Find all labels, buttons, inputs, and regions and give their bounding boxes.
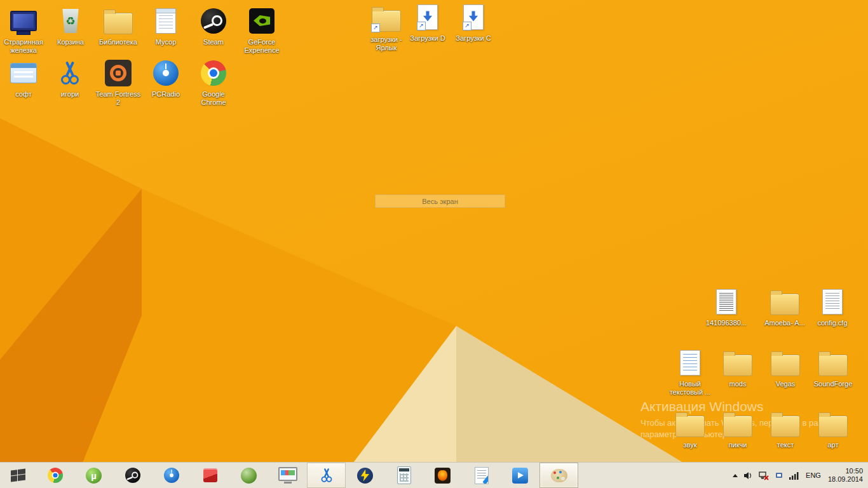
paint-palette-icon [551, 469, 567, 482]
desktop-icon-amoeba[interactable]: Amoeba- A... [761, 286, 808, 327]
taskbar-app-power-tool[interactable] [346, 463, 384, 488]
windows-logo-icon [11, 469, 25, 482]
desktop-icon-recycle-bin[interactable]: Корзина [47, 5, 94, 46]
icon-label: игори [46, 90, 93, 98]
text-file-icon [667, 347, 714, 379]
lightning-icon [357, 468, 373, 484]
taskbar-app-steam[interactable] [113, 463, 152, 488]
desktop-icon-geforce[interactable]: GeForce Experience [238, 5, 285, 55]
icon-label: Страринная железка [0, 38, 47, 55]
folder-icon [667, 408, 714, 440]
icon-label: Vegas [762, 380, 809, 388]
desktop-surface[interactable]: Активация Windows Чтобы активировать Win… [0, 0, 868, 463]
desktop-icon-tf2[interactable]: Team Fortress 2 [95, 57, 142, 107]
desktop-icon-library[interactable]: Библиотека [95, 5, 142, 46]
folder-shortcut-icon [363, 3, 410, 34]
folder-icon [95, 5, 142, 37]
desktop-icon-downloads-d[interactable]: Загрузки D [404, 1, 451, 43]
icon-label: софт [0, 90, 47, 98]
system-tray: ENG 10:50 18.09.2014 [733, 463, 868, 488]
pcradio-icon [142, 57, 189, 89]
taskbar-app-paint[interactable] [539, 463, 578, 488]
monitor-chart-icon [278, 467, 297, 481]
taskbar-app-system-monitor[interactable] [268, 463, 307, 488]
calculator-icon [397, 466, 411, 484]
desktop-icon-art[interactable]: арт [810, 408, 857, 449]
taskbar-app-utorrent[interactable] [74, 463, 113, 488]
steam-icon [125, 468, 140, 483]
desktop-icon-vegas[interactable]: Vegas [762, 347, 809, 388]
text-file-icon [703, 286, 750, 318]
clock[interactable]: 10:50 18.09.2014 [828, 467, 863, 484]
desktop-icon-computer[interactable]: Страринная железка [0, 5, 47, 55]
desktop-icon-games[interactable]: игори [46, 57, 93, 98]
desktop-icon-downloads-shortcut[interactable]: загрузки - Ярлык [363, 3, 410, 52]
taskbar-app-media-player[interactable] [501, 463, 539, 488]
volume-icon[interactable] [743, 471, 753, 480]
chrome-icon [190, 57, 237, 89]
desktop-icon-pics[interactable]: пикчи [714, 408, 761, 449]
fullscreen-hint: Весь экран [375, 194, 505, 208]
desktop-icon-chrome[interactable]: Google Chrome [190, 57, 237, 107]
game-icon [435, 468, 451, 484]
download-shortcut-icon [404, 1, 451, 33]
icon-label: 141096380... [703, 319, 750, 327]
desktop-icon-sound[interactable]: звук [667, 408, 714, 449]
tray-expand-button[interactable] [733, 474, 738, 477]
red-cube-icon [203, 468, 217, 482]
removable-device-icon[interactable] [775, 471, 783, 480]
taskbar-app-calculator[interactable] [384, 463, 423, 488]
icon-label: PCRadio [142, 90, 189, 98]
icon-label: текст [762, 441, 809, 449]
chrome-icon [48, 468, 63, 483]
desktop-icon-pcradio[interactable]: PCRadio [142, 57, 189, 98]
icon-label: Загрузки C [450, 34, 497, 43]
geforce-icon [238, 5, 285, 37]
media-player-icon [512, 468, 528, 484]
tray-date: 18.09.2014 [828, 475, 863, 484]
icon-label: Корзина [47, 38, 94, 46]
taskbar-app-game[interactable] [423, 463, 462, 488]
folder-icon [810, 408, 857, 440]
icon-label: Новый текстовый ... [667, 380, 714, 396]
icon-label: Amoeba- A... [761, 319, 808, 327]
icon-label: Загрузки D [404, 34, 451, 43]
signal-strength-icon[interactable] [789, 471, 799, 480]
taskbar-app-pcradio[interactable] [152, 463, 191, 488]
green-orb-icon [241, 468, 257, 484]
taskbar-app-red-cube[interactable] [191, 463, 229, 488]
chevron-up-icon [733, 474, 738, 477]
icon-label: GeForce Experience [238, 38, 285, 55]
desktop-icon-new-text[interactable]: Новый текстовый ... [667, 347, 714, 396]
desktop-icon-numbered-file[interactable]: 141096380... [703, 286, 750, 327]
start-button[interactable] [0, 463, 36, 488]
folder-icon [761, 286, 808, 318]
computer-icon [0, 5, 47, 37]
scissors-icon [320, 468, 334, 482]
desktop-icon-soundforge[interactable]: SoundForge [810, 347, 857, 388]
network-error-icon[interactable] [759, 471, 769, 480]
folder-icon [714, 408, 761, 440]
desktop-icon-soft[interactable]: софт [0, 57, 47, 98]
icon-label: арт [810, 441, 857, 449]
taskbar-app-snipping-tool[interactable] [307, 463, 346, 488]
steam-icon [190, 5, 237, 37]
icon-label: Библиотека [95, 38, 142, 46]
desktop-icon-text[interactable]: текст [762, 408, 809, 449]
icon-label: загрузки - Ярлык [363, 36, 410, 52]
desktop-icon-mods[interactable]: mods [714, 347, 761, 388]
desktop-icon-steam[interactable]: Steam [190, 5, 237, 46]
desktop-icon-config[interactable]: config.cfg [809, 286, 856, 327]
icon-label: пикчи [714, 441, 761, 449]
icon-label: Steam [190, 38, 237, 46]
desktop-icon-trash-notes[interactable]: Мусор [142, 5, 189, 46]
language-indicator[interactable]: ENG [804, 471, 822, 479]
taskbar-app-green-orb[interactable] [229, 463, 268, 488]
taskbar-app-chrome[interactable] [36, 463, 74, 488]
taskbar-app-editor[interactable] [462, 463, 501, 488]
folder-icon [762, 408, 809, 440]
desktop-icon-downloads-c[interactable]: Загрузки C [450, 1, 497, 43]
folder-icon [762, 347, 809, 379]
icon-label: Google Chrome [190, 90, 237, 107]
icon-label: Мусор [142, 38, 189, 46]
